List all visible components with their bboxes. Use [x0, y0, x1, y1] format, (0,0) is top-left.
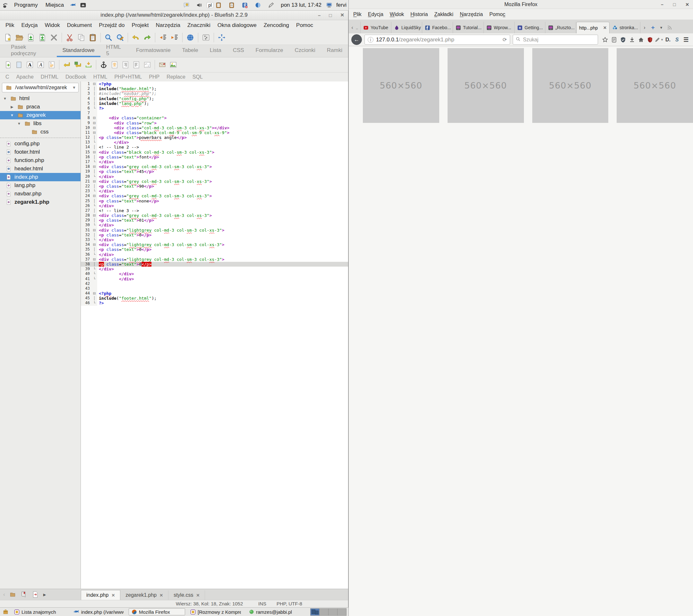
- align-left-icon[interactable]: [131, 59, 142, 70]
- expander-icon[interactable]: ▼: [3, 97, 7, 100]
- d-extension-icon[interactable]: D.: [664, 35, 672, 45]
- code-line-11[interactable]: 11⊟ <div class="black col-md-9 col-sm-9 …: [81, 130, 348, 135]
- menu-plik[interactable]: Plik: [350, 12, 365, 17]
- code-line-31[interactable]: 31⊟<div class="lightgrey col-md-3 col-sm…: [81, 228, 348, 233]
- new-doc-icon[interactable]: [2, 32, 14, 43]
- menu-narzędzia[interactable]: Narzędzia: [152, 21, 184, 29]
- email-icon[interactable]: [157, 59, 168, 70]
- expander-icon[interactable]: ▼: [9, 113, 15, 117]
- quickbar-tab-standardowe[interactable]: Standardowe: [57, 45, 100, 57]
- code-line-1[interactable]: 1⊟<?php: [81, 81, 348, 86]
- menu-dokument[interactable]: Dokument: [63, 21, 95, 29]
- menu-edycja[interactable]: Edycja: [365, 12, 387, 17]
- quickbar-tab-czcionki[interactable]: Czcionki: [289, 45, 321, 57]
- code-line-7[interactable]: 7: [81, 111, 348, 116]
- tablet-pen-icon[interactable]: [267, 1, 275, 9]
- workspace-2[interactable]: [320, 609, 329, 615]
- unindent-icon[interactable]: [157, 32, 169, 43]
- nbsp-icon[interactable]: [83, 59, 94, 70]
- tree-item-zegarek[interactable]: ▼zegarek: [0, 111, 81, 119]
- fold-marker-icon[interactable]: ⊟: [92, 164, 97, 169]
- list-all-tabs-icon[interactable]: ▼: [657, 22, 666, 33]
- menu-pomoc[interactable]: Pomoc: [293, 21, 317, 29]
- file-item-lang.php[interactable]: lang.php: [0, 181, 81, 190]
- panel-clock[interactable]: pon 13 lut, 17:42: [281, 2, 321, 8]
- quickbar-tab-ramki[interactable]: Ramki: [321, 45, 348, 57]
- file-item-function.php[interactable]: function.php: [0, 156, 81, 164]
- document-tab-index.php[interactable]: index.php✕: [81, 590, 120, 600]
- code-line-33[interactable]: 33└</div>: [81, 237, 348, 242]
- file-item-index.php[interactable]: index.php: [0, 173, 81, 181]
- code-line-30[interactable]: 30└</div>: [81, 223, 348, 227]
- fold-marker-icon[interactable]: ⊟: [92, 257, 97, 262]
- volume-icon[interactable]: [196, 1, 203, 9]
- document-tab-style.css[interactable]: style.css✕: [169, 590, 205, 600]
- file-item-navbar.php[interactable]: navbar.php: [0, 190, 81, 198]
- quickbar-tab-pasek-podręczny[interactable]: Pasek podręczny: [5, 45, 57, 57]
- file-item-footer.html[interactable]: footer.html: [0, 148, 81, 156]
- clipped-tab[interactable]: ..: [356, 22, 361, 33]
- launcher-bluefish-icon[interactable]: [69, 1, 77, 9]
- code-line-12[interactable]: 12│<p class="text">powerbars angle</p>: [81, 135, 348, 140]
- bookmark-star-icon[interactable]: [600, 35, 610, 45]
- expander-icon[interactable]: ▼: [17, 122, 21, 125]
- code-line-37[interactable]: 37⊟<div class="lightgrey col-md-3 col-sm…: [81, 257, 348, 262]
- fold-marker-icon[interactable]: ⊟: [92, 213, 97, 218]
- code-line-20[interactable]: 20└</div>: [81, 174, 348, 179]
- code-line-27[interactable]: 27│<! -- line 3 -->: [81, 208, 348, 213]
- save-as-icon[interactable]: [37, 32, 48, 43]
- close-doc-icon[interactable]: [48, 32, 60, 43]
- code-line-24[interactable]: 24⊟<div class="grey col-md-3 col-sm-3 co…: [81, 194, 348, 198]
- code-line-38[interactable]: 38│<p class="text">0</p>: [81, 262, 348, 266]
- code-line-8[interactable]: 8⊟ <div class="container">: [81, 116, 348, 120]
- drawer-icon[interactable]: [2, 608, 9, 615]
- italic-icon[interactable]: A: [35, 59, 46, 70]
- back-button[interactable]: ←: [351, 34, 362, 45]
- menu-widok[interactable]: Widok: [387, 12, 407, 17]
- code-line-46[interactable]: 46└?>: [81, 301, 348, 305]
- menu-zakładki[interactable]: Zakładki: [431, 12, 457, 17]
- paste-icon[interactable]: [87, 32, 99, 43]
- menu-przejdź-do[interactable]: Przejdź do: [95, 21, 128, 29]
- fold-marker-icon[interactable]: ⊟: [92, 121, 97, 125]
- code-line-41[interactable]: 41└ </div>: [81, 277, 348, 281]
- code-line-17[interactable]: 17└</div>: [81, 159, 348, 164]
- code-line-5[interactable]: 5│include("lang.php");: [81, 101, 348, 106]
- fold-marker-icon[interactable]: ⊟: [92, 242, 97, 247]
- expander-collapsed-icon[interactable]: ▶: [9, 105, 15, 109]
- download-icon[interactable]: [628, 35, 636, 45]
- thumbnail-icon[interactable]: [168, 59, 179, 70]
- fold-marker-icon[interactable]: ⊟: [92, 130, 97, 135]
- panel-menu-miejsca[interactable]: Miejsca: [42, 0, 68, 10]
- browser-tab-http-php[interactable]: http...php✕: [576, 22, 610, 33]
- workspace-switcher[interactable]: [310, 608, 346, 616]
- close-tab-icon[interactable]: ✕: [111, 593, 115, 598]
- menu-okna-dialogowe[interactable]: Okna dialogowe: [214, 21, 260, 29]
- quickbar-tab-formularze[interactable]: Formularze: [250, 45, 289, 57]
- firefox-titlebar[interactable]: Mozilla Firefox – □ ✕: [349, 0, 693, 9]
- code-editor[interactable]: 1⊟<?php2│include("header.html");3│#inclu…: [81, 81, 348, 589]
- align-right-icon[interactable]: [120, 59, 131, 70]
- move-icon[interactable]: [216, 32, 227, 43]
- taskbar-item-lista-znajomych[interactable]: Lista znajomych: [11, 608, 68, 615]
- copy-icon[interactable]: [75, 32, 87, 43]
- url-bar[interactable]: i 127.0.0.1/zegarek/zegarek1.php ⟳: [364, 35, 510, 45]
- keyboard-layout-indicator[interactable]: pl: [206, 2, 213, 8]
- code-line-13[interactable]: 13└ </div>: [81, 140, 348, 145]
- menu-zencoding[interactable]: Zencoding: [260, 21, 293, 29]
- quickstart-icon[interactable]: [3, 59, 14, 70]
- minimize-button[interactable]: –: [318, 13, 320, 18]
- break-clear-icon[interactable]: [72, 59, 83, 70]
- code-line-45[interactable]: 45│include("footer.html");: [81, 296, 348, 301]
- chevron-left-icon[interactable]: ‹: [3, 591, 5, 598]
- save-icon[interactable]: [25, 32, 37, 43]
- site-info-icon[interactable]: i: [368, 37, 373, 43]
- browser-tab-liquidsky[interactable]: LiquidSky: [391, 22, 422, 33]
- quickbar-tab-css[interactable]: CSS: [227, 45, 250, 57]
- code-line-9[interactable]: 9⊟ <div class="row">: [81, 121, 348, 125]
- file-item-zegarek1.php[interactable]: zegarek1.php: [0, 198, 81, 206]
- chat-icon[interactable]: [182, 1, 190, 9]
- code-line-32[interactable]: 32│<p class="text">0</p>: [81, 233, 348, 237]
- export-icon[interactable]: [32, 591, 39, 598]
- file-item-config.php[interactable]: config.php: [0, 140, 81, 148]
